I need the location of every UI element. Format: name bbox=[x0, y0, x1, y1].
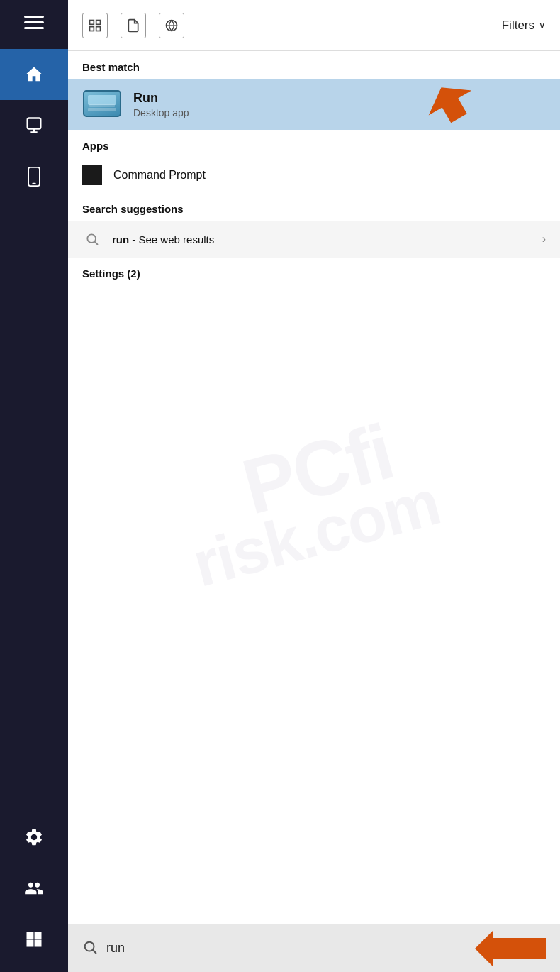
best-match-text: Run Desktop app bbox=[133, 91, 189, 118]
svg-marker-9 bbox=[420, 75, 475, 131]
main-content: Filters ∨ PCfi risk.com Best match bbox=[68, 0, 560, 972]
grid-view-button[interactable] bbox=[82, 13, 108, 38]
topbar-icons bbox=[82, 13, 489, 38]
sidebar-item-start[interactable] bbox=[0, 914, 68, 965]
svg-rect-5 bbox=[90, 26, 94, 31]
svg-line-13 bbox=[93, 950, 96, 953]
best-match-item[interactable]: Run Desktop app bbox=[68, 79, 560, 130]
svg-rect-4 bbox=[96, 20, 101, 24]
home-icon bbox=[24, 65, 44, 84]
command-prompt-label: Command Prompt bbox=[113, 169, 206, 182]
apps-label: Apps bbox=[68, 130, 560, 158]
filters-button[interactable]: Filters ∨ bbox=[502, 18, 546, 33]
file-icon bbox=[126, 18, 140, 33]
svg-rect-6 bbox=[96, 26, 101, 31]
svg-rect-0 bbox=[28, 118, 41, 129]
hamburger-menu-button[interactable] bbox=[24, 16, 44, 29]
search-input[interactable] bbox=[106, 941, 466, 956]
suggestion-query-bold: run bbox=[112, 233, 129, 245]
search-suggestion-icon bbox=[82, 229, 102, 249]
svg-marker-14 bbox=[475, 931, 546, 966]
results-panel: PCfi risk.com Best match bbox=[68, 51, 560, 924]
sidebar-item-settings[interactable] bbox=[0, 812, 68, 863]
user-icon bbox=[24, 878, 44, 898]
search-suggestions-label: Search suggestions bbox=[68, 193, 560, 221]
sidebar-bottom bbox=[0, 812, 68, 972]
sidebar-nav bbox=[0, 42, 68, 812]
windows-icon bbox=[24, 929, 44, 949]
cortana-icon bbox=[24, 116, 44, 136]
globe-icon bbox=[164, 18, 179, 33]
command-prompt-item[interactable]: Command Prompt bbox=[68, 158, 560, 193]
searchbar-icon bbox=[82, 939, 98, 958]
sidebar-item-phone[interactable] bbox=[0, 151, 68, 202]
best-match-label: Best match bbox=[68, 51, 560, 79]
sidebar-item-home[interactable] bbox=[0, 49, 68, 100]
globe-view-button[interactable] bbox=[159, 13, 184, 38]
filters-label: Filters bbox=[502, 18, 534, 33]
file-view-button[interactable] bbox=[121, 13, 146, 38]
best-match-title: Run bbox=[133, 91, 189, 106]
suggestion-chevron-icon: › bbox=[542, 233, 546, 245]
command-prompt-icon bbox=[82, 165, 102, 185]
topbar: Filters ∨ bbox=[68, 0, 560, 51]
suggestion-query-rest: - See web results bbox=[129, 233, 214, 245]
phone-icon bbox=[26, 167, 42, 187]
sidebar-item-cortana[interactable] bbox=[0, 100, 68, 151]
settings-results-label: Settings (2) bbox=[68, 258, 560, 285]
suggestion-text: run - See web results bbox=[112, 233, 542, 245]
filters-chevron-icon: ∨ bbox=[539, 20, 546, 31]
suggestion-item-run[interactable]: run - See web results › bbox=[68, 221, 560, 258]
settings-icon bbox=[24, 827, 44, 847]
run-app-icon bbox=[82, 90, 122, 118]
arrow-annotation-search bbox=[475, 931, 546, 966]
best-match-subtitle: Desktop app bbox=[133, 107, 189, 118]
grid-icon bbox=[88, 18, 102, 33]
arrow-annotation-run bbox=[411, 74, 475, 134]
sidebar bbox=[0, 0, 68, 972]
sidebar-top bbox=[0, 0, 68, 42]
svg-line-11 bbox=[95, 242, 98, 245]
sidebar-item-user[interactable] bbox=[0, 863, 68, 914]
searchbar bbox=[68, 924, 560, 972]
svg-rect-3 bbox=[90, 20, 94, 24]
